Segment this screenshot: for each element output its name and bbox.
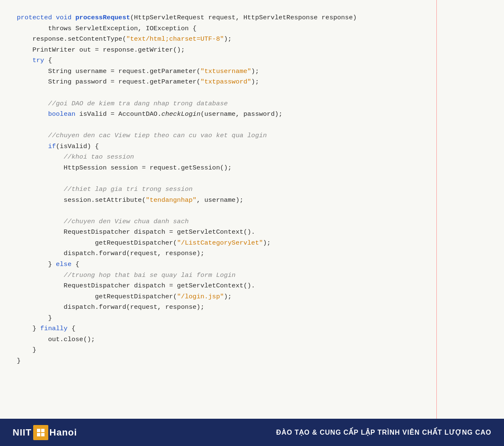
- logo-svg: [36, 428, 46, 438]
- svg-rect-2: [37, 433, 40, 436]
- footer-tagline: ĐÀO TẠO & CUNG CẤP LẬP TRÌNH VIÊN CHẤT L…: [276, 428, 491, 436]
- svg-rect-0: [37, 429, 40, 432]
- code-editor: protected void processRequest(HttpServle…: [0, 0, 504, 419]
- footer: NIIT Hanoi ĐÀO TẠO & CUNG CẤP LẬP TRÌNH …: [0, 419, 504, 446]
- margin-line: [436, 0, 437, 419]
- svg-rect-3: [41, 433, 45, 436]
- hanoi-label: Hanoi: [50, 427, 77, 438]
- code-content: protected void processRequest(HttpServle…: [17, 13, 487, 367]
- logo-icon: [33, 425, 48, 440]
- niit-label: NIIT: [13, 427, 32, 438]
- logo-container: NIIT Hanoi: [13, 425, 77, 440]
- svg-rect-1: [41, 429, 45, 432]
